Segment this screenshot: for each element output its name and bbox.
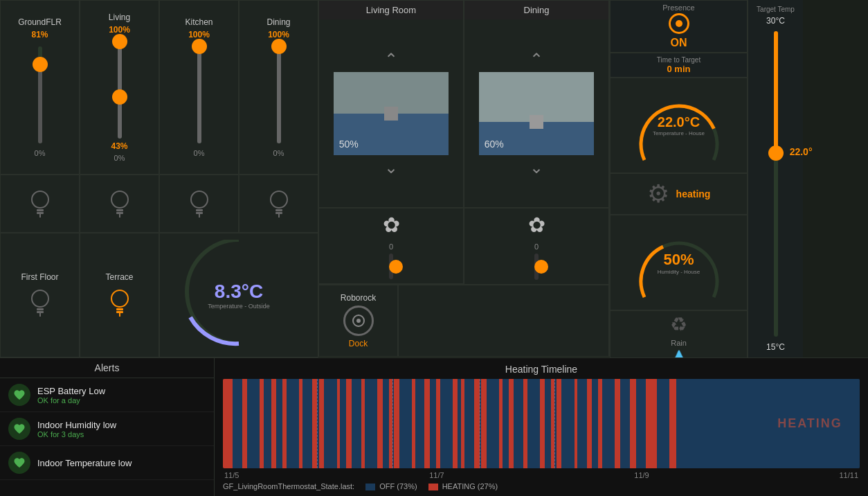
svg-point-16 [32,290,48,307]
heating-watermark: HEATING [777,416,842,431]
kitchen-track[interactable] [197,46,201,143]
fan1-slider[interactable] [389,254,393,279]
heart-icon-0 [13,389,26,401]
alerts-panel: Alerts ESP Battery Low OK for a day Indo… [0,358,215,496]
dining-slider-cell: Dining 100% 0% [239,0,318,175]
svg-rect-18 [37,311,44,313]
recycle-icon: ♻ [670,313,687,336]
time-to-target-label: Time to Target [657,56,700,64]
dining-thumb[interactable] [271,39,287,54]
legend-off: OFF (73%) [365,482,417,490]
dining-blind-title: Dining [464,1,608,19]
dining-blind-visual: 60% [479,72,594,155]
rain-label: Rain [671,339,687,347]
fan2-value-label: 0 [534,242,539,251]
groundflr-slider-cell: GroundFLR 81% 0% [0,0,80,175]
time-to-target-cell: Time to Target 0 min [610,53,748,78]
alert-text-0: ESP Battery Low OK for a day [37,386,206,405]
humidity-house-cell: 50% Humidity - House [610,215,748,310]
living-thumb-top[interactable] [112,34,127,49]
alert-heart-1 [8,418,30,440]
heating-state-cell: ⚙ heating [610,173,748,215]
temp-house-cell: 22.0°C Temperature - House [610,78,748,173]
legend-off-label: OFF (73%) [379,482,417,490]
alert-name-1: Indoor Humidity low [37,420,206,430]
bottom-section: Alerts ESP Battery Low OK for a day Indo… [0,357,868,496]
svg-point-8 [191,191,208,208]
fan2-slider[interactable] [534,254,539,280]
rain-icon: 💧 [669,350,689,357]
humidity-house-value: 50% [658,251,700,269]
heating-state-value: heating [676,188,711,200]
target-temp-fill [774,31,778,153]
svg-rect-21 [116,308,123,310]
living-thumb-bottom[interactable] [112,89,127,105]
fan2-icon: ✿ [528,213,545,237]
dining-blind-up[interactable]: ⌃ [525,47,548,72]
svg-rect-2 [37,212,44,214]
outside-temp-sub: Temperature - Outside [208,303,270,310]
svg-rect-9 [196,209,203,211]
alert-name-0: ESP Battery Low [37,386,206,396]
dining-label: Dining [266,17,290,27]
roborock-icon[interactable] [343,305,374,336]
dining-bulb-cell[interactable] [239,175,318,233]
svg-rect-14 [275,212,282,214]
roborock-sub: Dock [349,339,368,348]
target-temp-panel: Target Temp 30°C 22.0° 15°C [748,0,803,357]
groundflr-thumb[interactable] [33,57,48,72]
legend-heating-box [428,484,438,490]
groundflr-track[interactable] [38,46,42,143]
alert-item-0: ESP Battery Low OK for a day [0,378,214,412]
bulb-icon-first-floor[interactable] [28,287,53,318]
timeline-title: Heating Timeline [223,364,860,375]
kitchen-slider-cell: Kitchen 100% 0% [159,0,239,175]
living-track[interactable] [118,42,122,139]
date-label-1: 11/7 [429,471,444,479]
living-label: Living [109,12,130,22]
kitchen-thumb[interactable] [192,39,207,54]
groundflr-zero: 0% [35,149,46,157]
groundflr-bulb-cell[interactable] [0,175,80,233]
living-secondary-percent: 43% [111,141,127,151]
living-blind-up[interactable]: ⌃ [380,47,402,72]
temp-house-sub: Temperature - House [653,130,705,136]
alert-text-1: Indoor Humidity low OK for 3 days [37,420,206,439]
living-blind-title: Living Room [319,1,463,19]
bulb-icon-dining [266,188,291,219]
living-bulb-cell[interactable] [80,175,159,233]
kitchen-fill [197,46,201,143]
fan1-row: ✿ 0 [318,208,464,284]
dining-track[interactable] [277,46,281,143]
svg-rect-17 [37,308,44,310]
alert-status-0: OK for a day [37,396,206,405]
alert-text-2: Indoor Temperature low [37,458,206,468]
gear-icon[interactable]: ⚙ [647,179,669,209]
kitchen-bulb-cell[interactable] [159,175,239,233]
living-blind-down[interactable]: ⌄ [380,155,402,180]
heart-icon-1 [13,423,26,435]
living-percent: 100% [109,25,130,35]
target-temp-thumb[interactable] [768,145,784,161]
timeline-segments: HEATING [223,379,860,468]
first-floor-label: First Floor [21,272,59,282]
temp-house-value: 22.0°C [653,114,705,130]
outside-temp-value: 8.3°C [208,281,270,303]
svg-point-12 [271,191,287,208]
living-zero: 0% [114,154,125,162]
kitchen-percent: 100% [188,30,210,39]
svg-rect-22 [116,311,123,313]
fan2-row: ✿ 0 [464,208,609,284]
groundflr-percent: 81% [31,30,48,39]
roborock-label: Roborock [341,293,376,303]
presence-indicator [669,13,689,34]
bulb-icon-terrace[interactable] [107,287,132,318]
fan1-value-label: 0 [389,242,393,251]
dining-blind-down[interactable]: ⌄ [525,155,548,180]
outside-temp-cell: 8.3°C Temperature - Outside [159,233,318,357]
dining-zero: 0% [273,149,284,157]
target-temp-track[interactable]: 22.0° [774,31,778,337]
alert-item-1: Indoor Humidity low OK for 3 days [0,412,214,446]
kitchen-zero: 0% [194,149,205,157]
living-slider-cell: Living 100% 43% 0% [80,0,159,175]
